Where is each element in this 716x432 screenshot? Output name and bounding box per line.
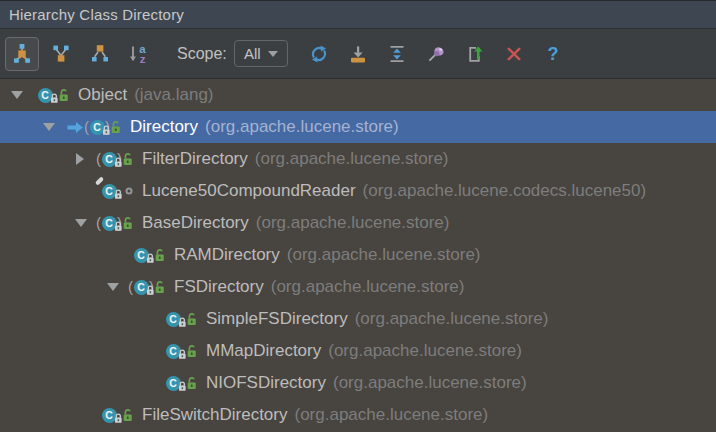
tool-window-header[interactable]: Hierarchy Class Directory: [0, 0, 716, 29]
tree-row[interactable]: C Lucene50CompoundReader(org.apache.luce…: [0, 175, 716, 207]
tree-row[interactable]: (C) BaseDirectory(org.apache.lucene.stor…: [0, 207, 716, 239]
svg-text:z: z: [140, 53, 146, 64]
class-package: (org.apache.lucene.store): [271, 277, 465, 297]
readonly-lock-badge-icon: [50, 90, 59, 108]
tool-window-title: Hierarchy Class Directory: [0, 6, 184, 23]
class-name: Directory: [130, 117, 198, 137]
toggle-spacer: [136, 375, 162, 391]
public-visibility-icon: [186, 344, 199, 359]
tree-row[interactable]: C NIOFSDirectory(org.apache.lucene.store…: [0, 367, 716, 399]
subtypes-hierarchy-button[interactable]: [83, 37, 117, 71]
chevron-down-icon: [268, 51, 278, 57]
class-icon: C: [98, 181, 120, 201]
class-package: (org.apache.lucene.store): [355, 309, 549, 329]
toggle-spacer: [72, 183, 98, 199]
public-visibility-icon: [154, 248, 167, 263]
download-tray-icon: [348, 44, 368, 64]
readonly-lock-badge-icon: [114, 218, 123, 236]
public-visibility-icon: [154, 280, 167, 295]
class-package: (org.apache.lucene.store): [294, 405, 488, 425]
help-button[interactable]: ?: [536, 37, 570, 71]
class-icon: C: [130, 245, 152, 265]
close-button[interactable]: [497, 37, 531, 71]
tree-row[interactable]: C RAMDirectory(org.apache.lucene.store): [0, 239, 716, 271]
class-name: FileSwitchDirectory: [142, 405, 287, 425]
class-name: BaseDirectory: [142, 213, 249, 233]
readonly-lock-badge-icon: [178, 346, 187, 364]
class-icon: C: [98, 405, 120, 425]
pin-icon: [426, 44, 446, 64]
tree-row[interactable]: (C) Directory(org.apache.lucene.store): [0, 111, 716, 143]
abstract-class-icon: (C): [98, 213, 120, 233]
svg-text:?: ?: [547, 44, 558, 64]
class-icon: C: [162, 309, 184, 329]
class-icon: C: [34, 85, 56, 105]
expand-toggle-icon[interactable]: [104, 279, 130, 295]
class-package: (org.apache.lucene.store): [287, 245, 481, 265]
readonly-lock-badge-icon: [178, 314, 187, 332]
class-package: (java.lang): [134, 85, 213, 105]
tree-row[interactable]: (C) FSDirectory(org.apache.lucene.store): [0, 271, 716, 303]
class-hierarchy-tree: C Object(java.lang) (C) Directory(org.ap…: [0, 79, 716, 431]
abstract-class-icon: (C): [130, 277, 152, 297]
class-hierarchy-button[interactable]: [5, 37, 39, 71]
class-hierarchy-icon: [12, 43, 32, 64]
class-name: FSDirectory: [174, 277, 264, 297]
tree-row[interactable]: C FileSwitchDirectory(org.apache.lucene.…: [0, 399, 716, 431]
toggle-spacer: [136, 343, 162, 359]
class-name: FilterDirectory: [142, 149, 248, 169]
public-visibility-icon: [186, 312, 199, 327]
download-button[interactable]: [341, 37, 375, 71]
class-name: Lucene50CompoundReader: [142, 181, 356, 201]
sort-alphabetically-icon: a z: [128, 44, 150, 64]
class-name: RAMDirectory: [174, 245, 280, 265]
help-icon: ?: [545, 44, 561, 64]
public-visibility-icon: [122, 216, 135, 231]
supertypes-hierarchy-button[interactable]: [44, 37, 78, 71]
class-name: NIOFSDirectory: [206, 373, 326, 393]
class-package: (org.apache.lucene.store): [205, 117, 399, 137]
readonly-lock-badge-icon: [114, 410, 123, 428]
pin-button[interactable]: [419, 37, 453, 71]
readonly-lock-badge-icon: [146, 282, 155, 300]
close-icon: [505, 45, 523, 63]
expand-toggle-icon[interactable]: [40, 119, 66, 135]
abstract-class-icon: (C): [86, 117, 108, 137]
readonly-lock-badge-icon: [114, 186, 123, 204]
hierarchy-toolbar: a z Scope:All ?: [0, 29, 716, 79]
readonly-lock-badge-icon: [114, 154, 123, 172]
class-package: (org.apache.lucene.store): [333, 373, 527, 393]
tree-row[interactable]: C SimpleFSDirectory(org.apache.lucene.st…: [0, 303, 716, 335]
scope-label: Scope:: [177, 45, 227, 63]
public-visibility-icon: [58, 88, 71, 103]
current-class-arrow-icon: [66, 120, 85, 135]
expand-toggle-icon[interactable]: [8, 87, 34, 103]
public-visibility-icon: [122, 408, 135, 423]
class-package: (org.apache.lucene.store): [256, 213, 450, 233]
export-button[interactable]: [458, 37, 492, 71]
scope-dropdown[interactable]: All: [234, 40, 288, 67]
tree-row[interactable]: C MMapDirectory(org.apache.lucene.store): [0, 335, 716, 367]
public-visibility-icon: [122, 152, 135, 167]
class-name: Object: [78, 85, 127, 105]
class-name: SimpleFSDirectory: [206, 309, 348, 329]
sort-alphabetically-button[interactable]: a z: [122, 37, 156, 71]
subtypes-hierarchy-icon: [90, 44, 110, 63]
tree-row[interactable]: (C) FilterDirectory(org.apache.lucene.st…: [0, 143, 716, 175]
package-private-visibility-icon: [122, 185, 135, 197]
class-icon: C: [162, 373, 184, 393]
expand-all-button[interactable]: [380, 37, 414, 71]
scope-value: All: [244, 45, 261, 62]
refresh-button[interactable]: [302, 37, 336, 71]
class-package: (org.apache.lucene.store): [328, 341, 522, 361]
supertypes-hierarchy-icon: [51, 44, 71, 63]
class-package: (org.apache.lucene.codecs.lucene50): [363, 181, 647, 201]
expand-all-icon: [387, 44, 407, 64]
collapse-toggle-icon[interactable]: [72, 151, 98, 167]
readonly-lock-badge-icon: [146, 250, 155, 268]
tree-row[interactable]: C Object(java.lang): [0, 79, 716, 111]
readonly-lock-badge-icon: [178, 378, 187, 396]
abstract-class-icon: (C): [98, 149, 120, 169]
toggle-spacer: [136, 311, 162, 327]
expand-toggle-icon[interactable]: [72, 215, 98, 231]
